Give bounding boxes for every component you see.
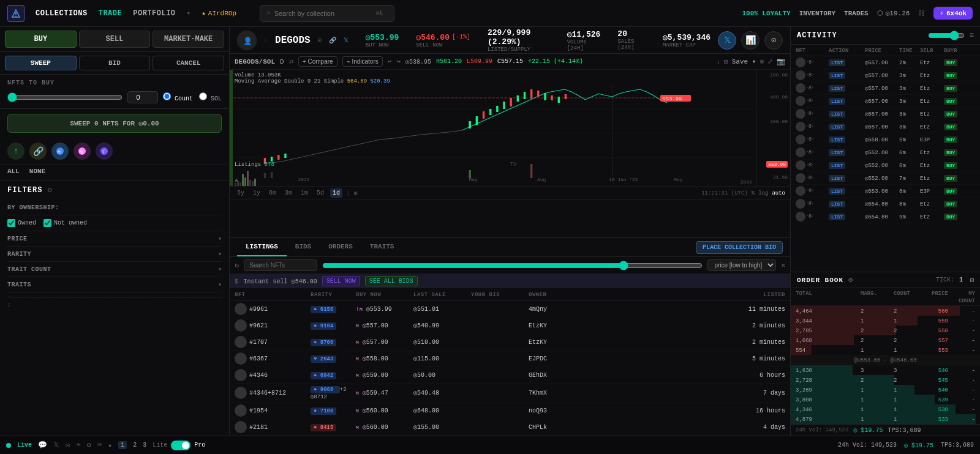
sell-tab[interactable]: SELL <box>79 31 151 48</box>
search-nft-input[interactable] <box>244 259 317 271</box>
price-sort-select[interactable]: price [low to high] <box>707 259 776 271</box>
listings-tab[interactable]: LISTINGS <box>237 238 287 256</box>
cancel-tab[interactable]: CANCEL <box>153 56 224 70</box>
sol-radio[interactable]: SOL <box>199 92 222 102</box>
keyboard-icon[interactable]: ⌨ <box>97 441 102 450</box>
ob-bid-row[interactable]: 3,808 1 1 539 - <box>791 395 980 404</box>
activity-slider[interactable] <box>928 31 965 40</box>
chart-expand-btn[interactable]: ▲ <box>235 177 238 184</box>
redo-icon[interactable]: ↪ <box>396 58 401 65</box>
act-buyer-badge[interactable]: BUY <box>944 214 957 220</box>
tf-sync-icon[interactable]: ⊕ <box>354 190 358 197</box>
activity-row[interactable]: 👁 LIST ◎557.00 2m Etz BUY <box>791 56 980 69</box>
nft-count-input[interactable] <box>127 91 158 103</box>
listing-row[interactable]: #9621 ● 9104 M ◎557.00 ◎540.99 EtzKY 2 m… <box>230 318 790 334</box>
tf-5d[interactable]: 5d <box>314 188 326 198</box>
blue-circle-icon[interactable]: M <box>51 143 69 160</box>
fullscreen-icon[interactable]: ⤢ <box>767 58 773 65</box>
tick-stepper[interactable]: ⊡ <box>970 277 974 284</box>
nav-airdrop[interactable]: ★ AIrdROp <box>202 9 236 17</box>
ob-ask-row[interactable]: 554 1 1 553 - <box>791 345 980 355</box>
activity-row[interactable]: 👁 LIST ◎558.00 5m E3P BUY <box>791 133 980 146</box>
ob-bid-row[interactable]: 1,638 3 3 546 - <box>791 365 980 375</box>
nav-trades[interactable]: TRADES <box>844 10 869 17</box>
buy-tab[interactable]: BUY <box>5 31 77 48</box>
toggle-switch[interactable] <box>171 441 190 450</box>
act-eye-icon[interactable]: 👁 <box>807 174 813 182</box>
count-radio[interactable]: Count <box>163 92 193 102</box>
act-eye-icon[interactable]: 👁 <box>807 72 813 79</box>
listing-row[interactable]: #6367 ♥ 2043 M ◎558.00 ◎115.00 EJPDC 5 m… <box>230 351 790 367</box>
ob-ask-row[interactable]: 2,785 2 2 558 - <box>791 326 980 335</box>
trait-count-filter-row[interactable]: TRAIT COUNT ▾ <box>7 262 222 277</box>
tf-1y[interactable]: 1y <box>251 188 263 198</box>
chart-swap-icon[interactable]: ⇄ <box>289 57 293 66</box>
act-eye-icon[interactable]: 👁 <box>807 59 813 66</box>
activity-row[interactable]: 👁 LIST ◎552.00 6m Etz BUY <box>791 159 980 172</box>
screenshot-icon[interactable]: 📷 <box>777 58 785 65</box>
tf-6m[interactable]: 6m <box>266 188 279 198</box>
compare-btn[interactable]: + Compare <box>298 56 337 67</box>
activity-row[interactable]: 👁 LIST ◎553.00 8m E3P BUY <box>791 185 980 198</box>
listing-row[interactable]: #1954 ● 7100 M ◎560.00 ◎648.00 noQ93 16 … <box>230 403 790 419</box>
act-eye-icon[interactable]: 👁 <box>807 213 813 220</box>
market-make-tab[interactable]: MARKET-MAKE <box>153 31 224 48</box>
indicators-btn[interactable]: ⌁ Indicators <box>342 56 383 67</box>
ob-settings-icon[interactable]: ⚙ <box>848 275 853 285</box>
download-icon[interactable]: ↓ <box>717 58 721 65</box>
tf-1m[interactable]: 1m <box>298 188 311 198</box>
none-button[interactable]: NONE <box>29 168 45 175</box>
act-eye-icon[interactable]: 👁 <box>807 110 813 117</box>
act-eye-icon[interactable]: 👁 <box>807 97 813 105</box>
see-all-bids-button[interactable]: SEE ALL BIDS <box>365 276 418 286</box>
listing-row[interactable]: #4346+8712 ● 9068 +2 ◎8712 M ◎559.47 ◎54… <box>230 384 790 403</box>
activity-row[interactable]: 👁 LIST ◎557.00 3m Etz BUY <box>791 82 980 95</box>
tf-3m[interactable]: 3m <box>282 188 295 198</box>
traits-filter-row[interactable]: TRAITS ▾ <box>7 277 222 292</box>
act-buyer-badge[interactable]: BUY <box>944 162 957 169</box>
expand-filters[interactable]: ↕ <box>7 302 222 308</box>
activity-row[interactable]: 👁 LIST ◎557.00 3m Etz BUY <box>791 69 980 82</box>
nav-trade[interactable]: TRADE <box>99 9 123 18</box>
purple-icon[interactable]: T <box>96 143 113 160</box>
search-input[interactable] <box>274 10 372 17</box>
not-owned-checkbox[interactable]: Not owned <box>43 219 87 227</box>
twitter-action-btn[interactable]: 𝕏 <box>718 31 736 50</box>
activity-row[interactable]: 👁 LIST ◎552.00 6m Etz BUY <box>791 146 980 159</box>
link-icon[interactable]: 🔗 <box>329 37 336 44</box>
ob-bid-row[interactable]: 4,879 1 1 533 - <box>791 414 980 424</box>
upload-icon[interactable]: ↑ <box>7 143 24 160</box>
chat-icon[interactable]: 💬 <box>38 441 47 450</box>
ob-ask-row[interactable]: 3,344 1 1 559 - <box>791 316 980 326</box>
chart-interval[interactable]: D <box>280 58 284 65</box>
act-buyer-badge[interactable]: BUY <box>944 85 957 92</box>
star-collection-icon[interactable]: ☆ <box>264 37 268 44</box>
tab-2-btn[interactable]: 2 <box>133 442 137 448</box>
sweep-nfts-button[interactable]: SWEEP 0 NFTS FOR ◎0.00 <box>7 114 222 133</box>
activity-row[interactable]: 👁 LIST ◎554.80 9m Etz BUY <box>791 210 980 223</box>
sell-now-button[interactable]: SELL NOW <box>322 276 360 286</box>
act-buyer-badge[interactable]: BUY <box>944 59 957 66</box>
twitter-icon[interactable]: 𝕏 <box>344 37 349 44</box>
save-btn[interactable]: Save ▾ <box>732 58 756 65</box>
copy-icon[interactable]: ⊡ <box>318 37 322 44</box>
settings-bottom-icon[interactable]: ⚙ <box>86 441 91 450</box>
act-eye-icon[interactable]: 👁 <box>807 84 813 92</box>
traits-tab[interactable]: TRAITS <box>361 238 403 256</box>
undo-icon[interactable]: ↩ <box>388 58 392 65</box>
tab-3-btn[interactable]: 3 <box>143 442 146 448</box>
nav-portfolio[interactable]: PORTFOLIO <box>133 9 175 18</box>
nft-count-slider[interactable] <box>7 92 123 102</box>
owned-checkbox[interactable]: Owned <box>7 219 36 227</box>
activity-row[interactable]: 👁 LIST ◎552.00 7m Etz BUY <box>791 172 980 185</box>
act-eye-icon[interactable]: 👁 <box>807 136 813 143</box>
place-bio-button[interactable]: PLACE COLLECTION BIO <box>696 241 783 254</box>
ob-bid-row[interactable]: 4,346 1 1 538 - <box>791 404 980 414</box>
act-buyer-badge[interactable]: BUY <box>944 111 957 117</box>
activity-row[interactable]: 👁 LIST ◎557.00 3m Etz BUY <box>791 121 980 133</box>
price-filter-row[interactable]: PRICE ▾ <box>7 231 222 247</box>
twitter-bottom-icon[interactable]: 𝕏 <box>53 441 59 450</box>
sweep-tab[interactable]: SWEEP <box>5 56 77 70</box>
all-button[interactable]: ALL <box>7 168 20 175</box>
act-eye-icon[interactable]: 👁 <box>807 149 813 156</box>
